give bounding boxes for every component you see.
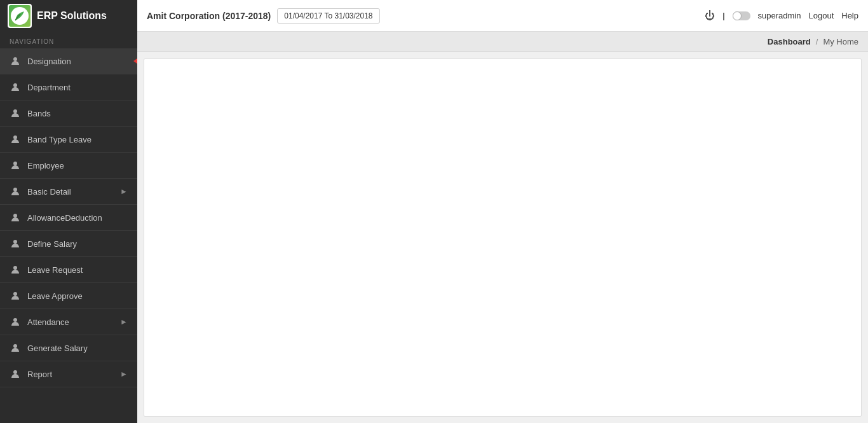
- topbar-right: ⏻ | superadmin Logout Help: [705, 10, 868, 22]
- define-salary-icon: [10, 238, 21, 249]
- svg-point-7: [13, 214, 17, 218]
- leave-request-icon: [10, 264, 21, 275]
- sidebar-item-designation-label: Designation: [27, 57, 71, 66]
- sidebar-item-define-salary[interactable]: Define Salary: [0, 231, 137, 257]
- attendance-icon: [10, 316, 21, 328]
- leave-approve-icon: [10, 290, 21, 302]
- designation-icon: [10, 55, 21, 67]
- svg-point-12: [13, 344, 17, 348]
- svg-point-3: [13, 109, 17, 113]
- report-chevron-icon: ►: [120, 370, 128, 378]
- sidebar-item-attendance[interactable]: Attendance ►: [0, 309, 137, 335]
- svg-point-9: [13, 266, 17, 270]
- topbar: ERP Solutions Amit Corporation (2017-201…: [0, 0, 868, 32]
- sidebar-item-attendance-label: Attendance: [27, 317, 69, 327]
- logo: [8, 4, 32, 28]
- power-icon[interactable]: ⏻: [705, 10, 715, 22]
- topbar-left: ERP Solutions Amit Corporation (2017-201…: [0, 0, 390, 32]
- toggle-knob: [733, 11, 742, 20]
- nav-section-label: NAVIGATION: [0, 32, 137, 48]
- department-icon: [10, 81, 21, 93]
- sidebar-item-designation[interactable]: Designation: [0, 48, 137, 74]
- sidebar-item-band-type-leave-label: Band Type Leave: [27, 135, 92, 144]
- band-type-leave-icon: [10, 134, 21, 145]
- svg-point-11: [13, 318, 17, 322]
- logout-link[interactable]: Logout: [808, 11, 834, 20]
- nav-item-left: Designation: [10, 55, 71, 67]
- sidebar-item-bands[interactable]: Bands: [0, 101, 137, 127]
- attendance-chevron-icon: ►: [120, 317, 128, 326]
- date-range-button[interactable]: 01/04/2017 To 31/03/2018: [277, 8, 379, 24]
- svg-point-13: [13, 370, 17, 374]
- report-icon: [10, 368, 21, 380]
- username-label: superadmin: [758, 11, 801, 20]
- brand-header: ERP Solutions: [0, 0, 137, 32]
- sidebar-item-bands-label: Bands: [27, 109, 51, 118]
- svg-point-6: [13, 188, 17, 191]
- breadcrumb-separator: /: [816, 37, 818, 46]
- sidebar-item-leave-approve-label: Leave Approve: [27, 291, 83, 301]
- content-area: Dashboard / My Home: [137, 32, 868, 423]
- svg-point-1: [13, 57, 17, 61]
- main-layout: NAVIGATION Designation Department: [0, 32, 868, 423]
- breadcrumb-dashboard[interactable]: Dashboard: [768, 37, 811, 46]
- designation-arrow-indicator: [133, 57, 137, 66]
- main-content: [144, 59, 862, 417]
- svg-point-2: [13, 83, 17, 87]
- sidebar: NAVIGATION Designation Department: [0, 32, 137, 423]
- basic-detail-chevron-icon: ►: [120, 187, 128, 196]
- svg-point-10: [13, 292, 17, 296]
- basic-detail-icon: [10, 186, 21, 197]
- svg-point-8: [13, 240, 17, 244]
- breadcrumb-bar: Dashboard / My Home: [137, 32, 868, 52]
- arrow-head: [133, 57, 137, 66]
- sidebar-item-report-label: Report: [27, 370, 52, 379]
- allowance-deduction-icon: [10, 212, 21, 223]
- bands-icon: [10, 107, 21, 119]
- logo-inner: [9, 5, 31, 27]
- topbar-separator: |: [722, 11, 724, 20]
- sidebar-item-basic-detail-label: Basic Detail: [27, 187, 71, 197]
- generate-salary-icon: [10, 342, 21, 354]
- sidebar-item-leave-request-label: Leave Request: [27, 265, 83, 275]
- sidebar-item-department-label: Department: [27, 83, 71, 92]
- user-toggle: [733, 11, 750, 20]
- sidebar-item-basic-detail[interactable]: Basic Detail ►: [0, 179, 137, 205]
- sidebar-item-employee-label: Employee: [27, 161, 64, 170]
- svg-point-5: [13, 162, 17, 165]
- sidebar-item-employee[interactable]: Employee: [0, 153, 137, 179]
- sidebar-item-report[interactable]: Report ►: [0, 361, 137, 387]
- svg-point-4: [13, 135, 17, 139]
- sidebar-item-generate-salary[interactable]: Generate Salary: [0, 335, 137, 361]
- sidebar-item-define-salary-label: Define Salary: [27, 239, 77, 249]
- sidebar-item-department[interactable]: Department: [0, 74, 137, 101]
- topbar-main: Amit Corporation (2017-2018) 01/04/2017 …: [137, 0, 390, 32]
- help-link[interactable]: Help: [841, 11, 858, 20]
- user-toggle-switch[interactable]: [733, 11, 750, 20]
- sidebar-item-allowance-deduction[interactable]: AllowanceDeduction: [0, 205, 137, 231]
- sidebar-item-allowance-deduction-label: AllowanceDeduction: [27, 213, 102, 223]
- breadcrumb-my-home: My Home: [823, 37, 858, 46]
- app-title: ERP Solutions: [37, 10, 107, 22]
- sidebar-item-band-type-leave[interactable]: Band Type Leave: [0, 127, 137, 153]
- company-name: Amit Corporation (2017-2018): [147, 11, 271, 21]
- sidebar-item-leave-request[interactable]: Leave Request: [0, 257, 137, 283]
- sidebar-item-generate-salary-label: Generate Salary: [27, 343, 88, 353]
- sidebar-item-leave-approve[interactable]: Leave Approve: [0, 283, 137, 309]
- employee-icon: [10, 160, 21, 171]
